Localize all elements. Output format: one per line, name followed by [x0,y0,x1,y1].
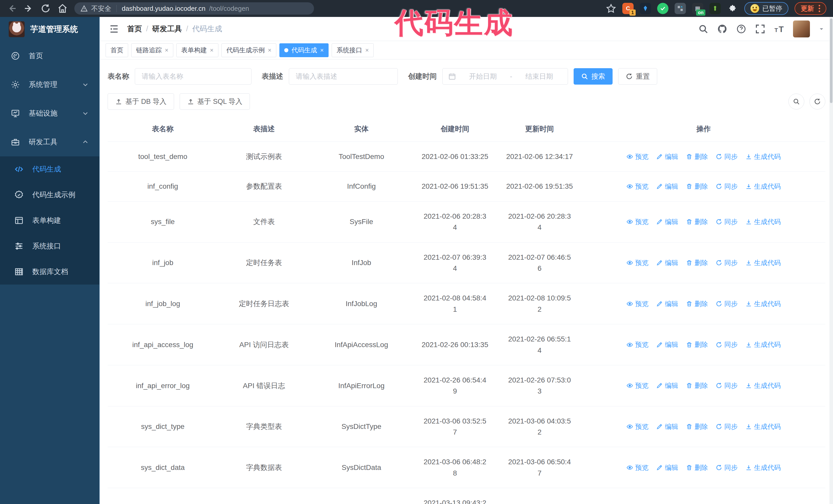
generate-code-link[interactable]: 生成代码 [745,181,781,192]
browser-forward-icon[interactable] [24,3,34,14]
preview-link[interactable]: 预览 [626,299,648,309]
sync-link[interactable]: 同步 [716,339,738,350]
extension-icon-green[interactable] [710,3,721,14]
delete-link[interactable]: 删除 [686,462,708,473]
preview-link[interactable]: 预览 [626,462,648,473]
edit-link[interactable]: 编辑 [656,258,678,268]
reset-button[interactable]: 重置 [618,68,657,85]
refresh-table-button[interactable] [809,94,825,110]
sidebar-collapse-icon[interactable] [109,24,119,34]
import-db-button[interactable]: 基于 DB 导入 [108,93,174,110]
chrome-update-button[interactable]: 更新 [794,2,826,15]
preview-link[interactable]: 预览 [626,151,648,162]
sync-link[interactable]: 同步 [716,422,738,432]
sidebar-item-2[interactable]: 系统管理 [0,70,99,99]
sync-link[interactable]: 同步 [716,258,738,268]
tab-1[interactable]: 首页 [105,43,128,57]
generate-code-link[interactable]: 生成代码 [745,258,781,268]
breadcrumb-devtools[interactable]: 研发工具 [152,24,182,34]
address-bar[interactable]: 不安全 dashboard.yudao.iocoder.cn/tool/code… [74,2,314,15]
chrome-menu-icon[interactable] [819,5,820,12]
generate-code-link[interactable]: 生成代码 [745,151,781,162]
generate-code-link[interactable]: 生成代码 [745,380,781,391]
sync-link[interactable]: 同步 [716,380,738,391]
browser-back-icon[interactable] [7,3,17,14]
user-avatar[interactable] [793,21,810,38]
browser-home-icon[interactable] [57,3,68,14]
delete-link[interactable]: 删除 [686,217,708,227]
extensions-puzzle-icon[interactable] [727,3,738,14]
profile-paused-badge[interactable]: 已暂停 [744,2,788,15]
app-logo[interactable]: 芋道管理系统 [0,17,99,42]
scrollbar-thumb[interactable] [830,19,832,103]
close-tab-icon[interactable]: × [268,47,271,53]
sidebar-item-4[interactable]: 研发工具 [0,128,99,157]
show-search-toggle-button[interactable] [788,94,804,110]
generate-code-link[interactable]: 生成代码 [745,217,781,227]
preview-link[interactable]: 预览 [626,217,648,227]
create-time-range-picker[interactable]: 开始日期 - 结束日期 [443,68,568,85]
sidebar-item-1[interactable]: 首页 [0,42,99,70]
preview-link[interactable]: 预览 [626,380,648,391]
close-tab-icon[interactable]: × [210,47,214,53]
extension-icon-on[interactable]: ▦on [692,3,703,14]
sync-link[interactable]: 同步 [716,462,738,473]
delete-link[interactable]: 删除 [686,380,708,391]
delete-link[interactable]: 删除 [686,151,708,162]
delete-link[interactable]: 删除 [686,422,708,432]
user-menu-caret-icon[interactable] [819,26,824,32]
fullscreen-icon[interactable] [755,24,765,34]
edit-link[interactable]: 编辑 [656,422,678,432]
tab-4[interactable]: 代码生成示例× [221,43,276,57]
close-tab-icon[interactable]: × [165,47,168,53]
preview-link[interactable]: 预览 [626,181,648,192]
generate-code-link[interactable]: 生成代码 [745,422,781,432]
tab-6[interactable]: 系统接口× [332,43,374,57]
github-icon[interactable] [717,24,728,34]
edit-link[interactable]: 编辑 [656,151,678,162]
sidebar-subitem-1[interactable]: 代码生成 [0,157,99,182]
help-icon[interactable] [736,24,746,34]
import-sql-button[interactable]: 基于 SQL 导入 [180,93,250,110]
edit-link[interactable]: 编辑 [656,462,678,473]
extension-icon-grid[interactable] [674,3,686,14]
edit-link[interactable]: 编辑 [656,181,678,192]
tab-2[interactable]: 链路追踪× [131,43,173,57]
edit-link[interactable]: 编辑 [656,299,678,309]
preview-link[interactable]: 预览 [626,339,648,350]
extension-icon-check[interactable] [657,3,668,14]
close-tab-icon[interactable]: × [365,47,369,53]
table-desc-input[interactable] [289,68,398,85]
extension-icon-gem[interactable] [640,3,651,14]
generate-code-link[interactable]: 生成代码 [745,462,781,473]
breadcrumb-home[interactable]: 首页 [127,24,142,34]
sync-link[interactable]: 同步 [716,181,738,192]
sidebar-item-3[interactable]: 基础设施 [0,99,99,128]
edit-link[interactable]: 编辑 [656,339,678,350]
sidebar-subitem-2[interactable]: 代码生成示例 [0,182,99,208]
tab-3[interactable]: 表单构建× [176,43,218,57]
sidebar-subitem-4[interactable]: 系统接口 [0,233,99,259]
preview-link[interactable]: 预览 [626,422,648,432]
delete-link[interactable]: 删除 [686,258,708,268]
font-size-icon[interactable]: TT [774,24,784,34]
edit-link[interactable]: 编辑 [656,380,678,391]
browser-reload-icon[interactable] [41,3,51,14]
edit-link[interactable]: 编辑 [656,217,678,227]
table-name-input[interactable] [135,68,252,85]
delete-link[interactable]: 删除 [686,181,708,192]
sidebar-subitem-5[interactable]: 数据库文档 [0,259,99,285]
browser-scrollbar[interactable] [829,17,833,504]
generate-code-link[interactable]: 生成代码 [745,299,781,309]
generate-code-link[interactable]: 生成代码 [745,339,781,350]
tab-5[interactable]: 代码生成× [279,43,329,57]
sync-link[interactable]: 同步 [716,299,738,309]
sidebar-subitem-3[interactable]: 表单构建 [0,208,99,233]
bookmark-star-icon[interactable] [606,3,616,14]
extension-icon-orange[interactable]: C1 [622,3,634,14]
delete-link[interactable]: 删除 [686,299,708,309]
sync-link[interactable]: 同步 [716,151,738,162]
sync-link[interactable]: 同步 [716,217,738,227]
delete-link[interactable]: 删除 [686,339,708,350]
header-search-icon[interactable] [698,24,709,34]
